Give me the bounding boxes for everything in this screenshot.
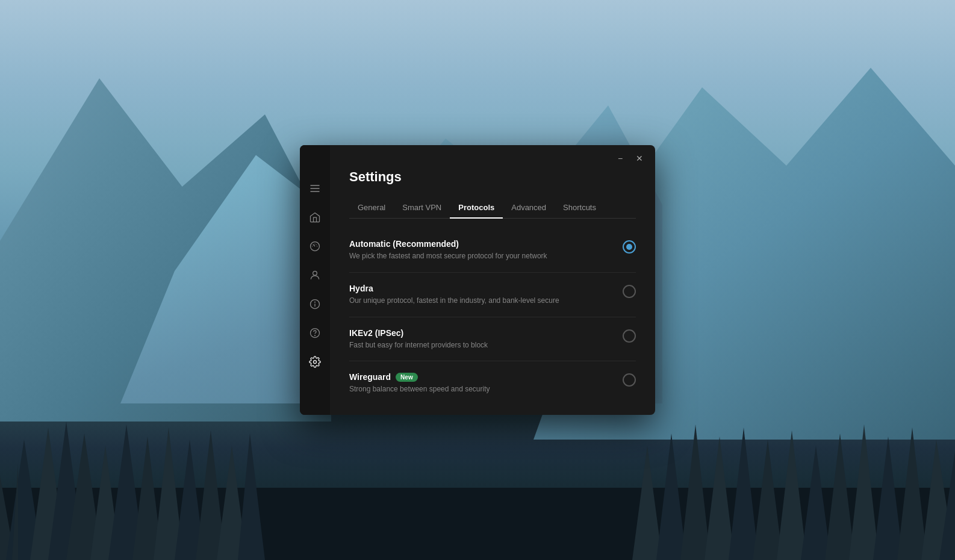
protocol-desc-ikev2: Fast but easy for internet providers to … [349,340,613,350]
protocol-item-wireguard[interactable]: Wireguard New Strong balance between spe… [349,361,636,405]
settings-window: − ✕ Settings General Smart VPN Protocols… [300,145,655,415]
radio-wireguard[interactable] [623,373,636,387]
radio-ikev2[interactable] [623,329,636,343]
window-overlay: − ✕ Settings General Smart VPN Protocols… [0,0,955,560]
title-bar: − ✕ [330,145,655,164]
protocol-desc-wireguard: Strong balance between speed and securit… [349,384,613,394]
protocol-list: Automatic (Recommended) We pick the fast… [330,219,655,415]
tab-shortcuts[interactable]: Shortcuts [555,197,605,218]
sidebar-home-icon[interactable] [308,210,322,225]
svg-point-33 [313,271,317,275]
tab-advanced[interactable]: Advanced [503,197,555,218]
protocol-name-automatic: Automatic (Recommended) [349,239,613,249]
sidebar [300,145,330,415]
new-badge-wireguard: New [396,373,418,382]
protocol-desc-automatic: We pick the fastest and most secure prot… [349,251,613,261]
protocol-name-ikev2: IKEv2 (IPSec) [349,328,613,338]
sidebar-menu-icon[interactable] [308,181,322,196]
protocol-info-hydra: Hydra Our unique protocol, fastest in th… [349,284,623,306]
protocol-name-wireguard: Wireguard New [349,372,613,382]
svg-point-36 [315,302,316,302]
sidebar-speed-icon[interactable] [308,239,322,254]
tab-smart-vpn[interactable]: Smart VPN [394,197,450,218]
close-button[interactable]: ✕ [633,152,645,164]
radio-automatic[interactable] [623,240,636,254]
protocol-item-hydra[interactable]: Hydra Our unique protocol, fastest in th… [349,273,636,317]
tab-general[interactable]: General [349,197,394,218]
radio-hydra[interactable] [623,285,636,298]
settings-tabs: General Smart VPN Protocols Advanced Sho… [349,197,636,219]
sidebar-help-icon[interactable] [308,326,322,340]
sidebar-settings-icon[interactable] [308,355,322,369]
settings-title: Settings [349,169,636,185]
main-content: − ✕ Settings General Smart VPN Protocols… [330,145,655,415]
protocol-item-automatic[interactable]: Automatic (Recommended) We pick the fast… [349,228,636,273]
svg-point-38 [315,335,316,336]
tab-protocols[interactable]: Protocols [450,197,503,218]
protocol-info-ikev2: IKEv2 (IPSec) Fast but easy for internet… [349,328,623,350]
protocol-desc-hydra: Our unique protocol, fastest in the indu… [349,296,613,306]
svg-point-39 [314,360,317,363]
settings-header: Settings General Smart VPN Protocols Adv… [330,164,655,219]
protocol-info-wireguard: Wireguard New Strong balance between spe… [349,372,623,394]
sidebar-account-icon[interactable] [308,268,322,282]
minimize-button[interactable]: − [614,152,626,164]
protocol-item-ikev2[interactable]: IKEv2 (IPSec) Fast but easy for internet… [349,317,636,362]
protocol-name-hydra: Hydra [349,284,613,293]
sidebar-info-icon[interactable] [308,297,322,311]
protocol-info-automatic: Automatic (Recommended) We pick the fast… [349,239,623,261]
